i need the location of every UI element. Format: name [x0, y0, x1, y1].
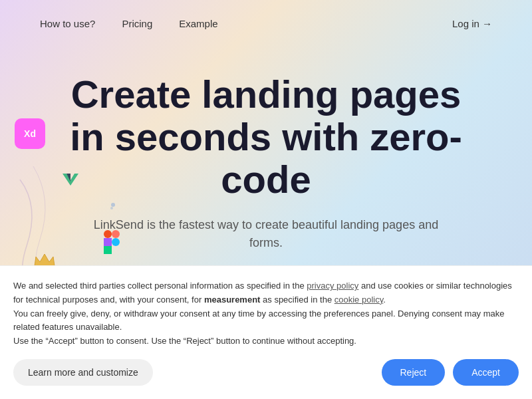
cookie-policy-link[interactable]: cookie policy [334, 295, 383, 305]
nav-login[interactable]: Log in → [452, 18, 492, 29]
cookie-text: We and selected third parties collect pe… [13, 279, 519, 348]
hero-title: Create landing pages in seconds with zer… [53, 73, 479, 200]
nav-links: How to use? Pricing Example [40, 18, 218, 29]
hero-section: Create landing pages in seconds with zer… [0, 47, 532, 252]
hero-subtitle: LinkSend is the fastest way to create be… [93, 216, 439, 252]
cookie-text-before-privacy: We and selected third parties collect pe… [13, 281, 307, 291]
nav-how-to-use[interactable]: How to use? [40, 18, 95, 29]
nav-example[interactable]: Example [179, 18, 217, 29]
cookie-text-after-measurement: as specified in the [260, 295, 334, 305]
cookie-buttons: Learn more and customize Reject Accept [13, 359, 519, 386]
navbar: How to use? Pricing Example Log in → [0, 0, 532, 47]
privacy-policy-link[interactable]: privacy policy [307, 281, 358, 291]
customize-button[interactable]: Learn more and customize [13, 359, 153, 386]
reject-button[interactable]: Reject [382, 359, 446, 386]
cookie-line3: Use the “Accept” button to consent. Use … [13, 336, 356, 346]
measurement-text: measurement [204, 295, 261, 305]
cookie-banner: We and selected third parties collect pe… [0, 265, 532, 399]
accept-button[interactable]: Accept [453, 359, 519, 386]
nav-pricing[interactable]: Pricing [122, 18, 152, 29]
cookie-line2: You can freely give, deny, or withdraw y… [13, 309, 505, 332]
